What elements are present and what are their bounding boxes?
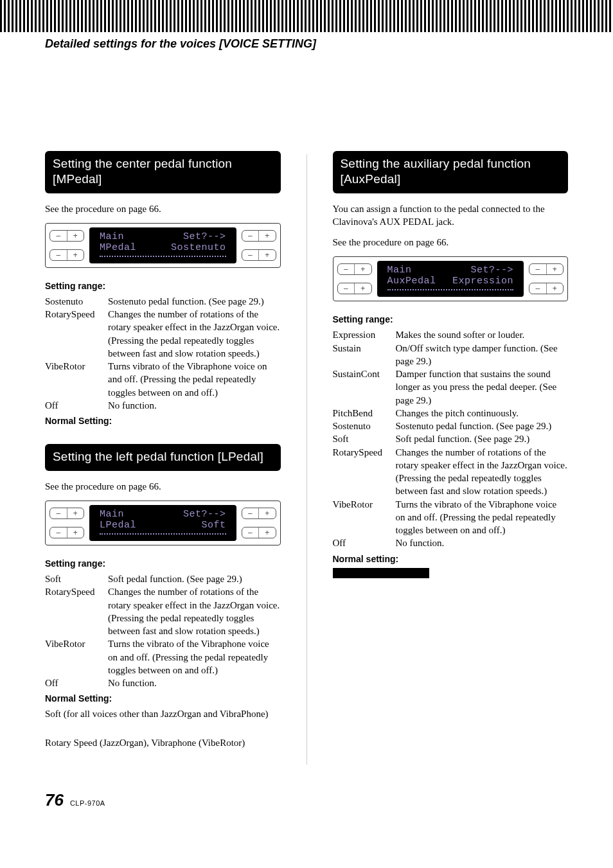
- model-label: CLP-970A: [70, 799, 105, 807]
- setting-val: Changes the number of rotations of the r…: [108, 308, 281, 360]
- heading-mpedal: Setting the center pedal function [MPeda…: [45, 151, 281, 193]
- setting-val: Turns the vibrato of the Vibraphone voic…: [396, 498, 569, 537]
- button-D-dec-inc[interactable]: –+: [529, 283, 564, 294]
- setting-key: Sostenuto: [45, 295, 108, 308]
- setting-key: RotarySpeed: [45, 585, 108, 598]
- setting-key: Expression: [333, 328, 396, 341]
- range-label: Setting range:: [45, 558, 281, 569]
- button-C-dec-inc[interactable]: –+: [337, 283, 372, 294]
- settings-mpedal: SostenutoSostenuto pedal function. (See …: [45, 295, 281, 412]
- setting-val: Changes the number of rotations of the r…: [108, 585, 281, 637]
- settings-lpedal: SoftSoft pedal function. (See page 29.) …: [45, 572, 281, 689]
- button-B-dec-inc[interactable]: –+: [242, 230, 276, 242]
- heading-lpedal: Setting the left pedal function [LPedal]: [45, 444, 281, 471]
- setting-key: VibeRotor: [45, 637, 108, 650]
- setting-val: Soft pedal function. (See page 29.): [108, 572, 281, 585]
- setting-val: Sostenuto pedal function. (See page 29.): [108, 295, 281, 308]
- setting-key: Sustain: [333, 342, 396, 355]
- button-B-dec-inc[interactable]: –+: [529, 263, 564, 275]
- barcode-decor: [0, 0, 613, 32]
- page-footer: 76 CLP-970A: [0, 765, 613, 829]
- button-D-dec-inc[interactable]: –+: [242, 249, 276, 261]
- setting-key: VibeRotor: [45, 360, 108, 373]
- button-C-dec-inc[interactable]: –+: [49, 249, 84, 261]
- setting-key: Soft: [45, 572, 108, 585]
- normal-label: Normal Setting:: [45, 693, 281, 704]
- setting-val: Changes the number of rotations of the r…: [396, 446, 569, 498]
- setting-val: Soft pedal function. (See page 29.): [396, 432, 569, 445]
- redacted-block: [333, 568, 429, 578]
- lcd-panel-mpedal: –+ –+ MainSet?--> MPedalSostenuto –+ –+: [45, 223, 281, 268]
- lcd-panel-auxpedal: –+ –+ MainSet?--> AuxPedalExpression –+ …: [333, 256, 569, 301]
- button-B-dec-inc[interactable]: –+: [242, 508, 276, 519]
- button-A-dec-inc[interactable]: –+: [49, 508, 84, 519]
- lcd-screen: MainSet?--> MPedalSostenuto: [89, 227, 236, 263]
- intro-auxpedal-2: See the procedure on page 66.: [333, 236, 569, 249]
- setting-val: No function.: [108, 399, 281, 412]
- setting-val: No function.: [396, 536, 569, 549]
- setting-key: RotarySpeed: [333, 446, 396, 459]
- normal-label: Normal Setting:: [45, 416, 281, 426]
- setting-val: Makes the sound softer or louder.: [396, 328, 569, 341]
- setting-key: PitchBend: [333, 407, 396, 420]
- lcd-panel-lpedal: –+ –+ MainSet?--> LPedalSoft –+ –+: [45, 500, 281, 545]
- button-A-dec-inc[interactable]: –+: [337, 263, 372, 275]
- setting-val: Changes the pitch continuously.: [396, 407, 569, 420]
- normal-label: Normal setting:: [333, 554, 569, 564]
- intro-lpedal: See the procedure on page 66.: [45, 480, 281, 493]
- setting-val: On/Off switch type damper function. (See…: [396, 342, 569, 368]
- setting-key: Off: [45, 677, 108, 689]
- setting-val: No function.: [108, 677, 281, 689]
- setting-key: VibeRotor: [333, 498, 396, 511]
- page-title: Detailed settings for the voices [VOICE …: [0, 32, 613, 55]
- setting-key: Off: [333, 536, 396, 549]
- setting-val: Damper function that sustains the sound …: [396, 368, 569, 407]
- left-column: Setting the center pedal function [MPeda…: [45, 151, 281, 765]
- lcd-screen: MainSet?--> LPedalSoft: [89, 505, 236, 541]
- setting-key: SustainCont: [333, 368, 396, 380]
- intro-mpedal: See the procedure on page 66.: [45, 202, 281, 215]
- normal-text: Soft (for all voices other than JazzOrga…: [45, 707, 281, 720]
- button-C-dec-inc[interactable]: –+: [49, 527, 84, 538]
- setting-key: Sostenuto: [333, 420, 396, 432]
- setting-key: Off: [45, 399, 108, 412]
- range-label: Setting range:: [333, 314, 569, 324]
- setting-key: Soft: [333, 432, 396, 445]
- intro-auxpedal-1: You can assign a function to the pedal c…: [333, 202, 569, 229]
- setting-val: Turns vibrato of the Vibraphone voice on…: [108, 360, 281, 399]
- right-column: Setting the auxiliary pedal function [Au…: [333, 151, 569, 765]
- setting-key: RotarySpeed: [45, 308, 108, 321]
- range-label: Setting range:: [45, 281, 281, 291]
- setting-val: Turns the vibrato of the Vibraphone voic…: [108, 637, 281, 677]
- page-number: 76: [45, 790, 64, 810]
- button-D-dec-inc[interactable]: –+: [242, 527, 276, 538]
- content-area: Setting the center pedal function [MPeda…: [0, 55, 613, 765]
- settings-auxpedal: ExpressionMakes the sound softer or loud…: [333, 328, 569, 549]
- column-divider: [306, 154, 307, 765]
- normal-text: Rotary Speed (JazzOrgan), Vibraphone (Vi…: [45, 736, 281, 749]
- setting-val: Sostenuto pedal function. (See page 29.): [396, 420, 569, 432]
- heading-auxpedal: Setting the auxiliary pedal function [Au…: [333, 151, 569, 193]
- lcd-screen: MainSet?--> AuxPedalExpression: [377, 261, 524, 297]
- button-A-dec-inc[interactable]: –+: [49, 230, 84, 242]
